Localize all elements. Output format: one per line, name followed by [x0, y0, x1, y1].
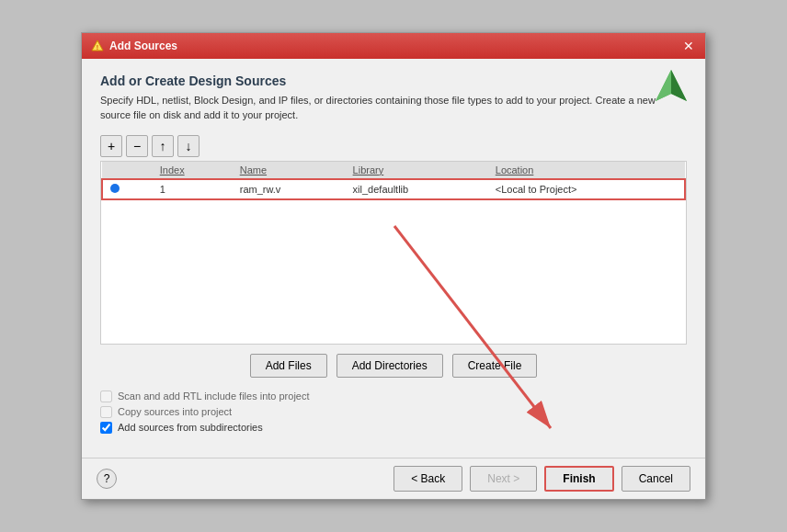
- create-file-button[interactable]: Create File: [452, 354, 538, 378]
- col-header-index: Index: [153, 162, 233, 179]
- copy-sources-label: Copy sources into project: [118, 406, 232, 417]
- scan-rtl-checkbox[interactable]: [100, 391, 112, 402]
- move-down-button[interactable]: ↓: [177, 135, 200, 157]
- col-header-name: Name: [233, 162, 346, 179]
- col-header-library: Library: [346, 162, 488, 179]
- sources-table: Index Name Library Location 1 ram_rw.v x…: [101, 162, 686, 200]
- footer-buttons: < Back Next > Finish Cancel: [394, 466, 690, 492]
- add-directories-button[interactable]: Add Directories: [336, 354, 443, 378]
- sources-table-container: Index Name Library Location 1 ram_rw.v x…: [100, 161, 687, 345]
- row-name: ram_rw.v: [233, 179, 346, 199]
- copy-sources-row: Copy sources into project: [100, 406, 687, 418]
- scan-rtl-row: Scan and add RTL include files into proj…: [100, 391, 687, 402]
- title-bar: ! Add Sources ✕: [82, 33, 705, 59]
- row-indicator: [102, 179, 153, 199]
- row-library: xil_defaultlib: [346, 179, 488, 199]
- dialog-heading: Add or Create Design Sources: [100, 74, 687, 88]
- dialog-title: Add Sources: [109, 40, 177, 52]
- col-header-dot: [102, 162, 153, 179]
- copy-sources-checkbox[interactable]: [100, 406, 112, 418]
- remove-item-button[interactable]: −: [126, 135, 148, 157]
- row-location: <Local to Project>: [488, 179, 685, 199]
- col-header-location: Location: [488, 162, 685, 179]
- options-checkboxes: Scan and add RTL include files into proj…: [100, 391, 687, 443]
- title-bar-left: ! Add Sources: [91, 40, 177, 52]
- finish-button[interactable]: Finish: [544, 466, 613, 492]
- help-button[interactable]: ?: [97, 469, 117, 489]
- dialog-content: Add or Create Design Sources Specify HDL…: [82, 59, 705, 458]
- svg-marker-4: [656, 70, 671, 101]
- action-buttons-group: Add Files Add Directories Create File: [100, 354, 687, 378]
- scan-rtl-label: Scan and add RTL include files into proj…: [118, 391, 310, 402]
- add-subdirs-label: Add sources from subdirectories: [118, 422, 263, 433]
- svg-text:!: !: [97, 44, 98, 51]
- file-toolbar: + − ↑ ↓: [100, 135, 687, 157]
- dialog-footer: ? < Back Next > Finish Cancel: [82, 458, 705, 499]
- cancel-button[interactable]: Cancel: [622, 466, 690, 492]
- vivado-logo: [654, 68, 689, 106]
- add-subdirs-checkbox[interactable]: [100, 422, 112, 434]
- add-subdirs-row: Add sources from subdirectories: [100, 422, 687, 434]
- add-sources-dialog: ! Add Sources ✕ Add or Create Design Sou…: [81, 32, 706, 500]
- move-up-button[interactable]: ↑: [152, 135, 174, 157]
- back-button[interactable]: < Back: [394, 466, 462, 492]
- close-button[interactable]: ✕: [681, 39, 696, 53]
- table-row[interactable]: 1 ram_rw.v xil_defaultlib <Local to Proj…: [102, 179, 685, 199]
- add-item-button[interactable]: +: [100, 135, 122, 157]
- row-index: 1: [153, 179, 233, 199]
- dialog-description: Specify HDL, netlist, Block Design, and …: [100, 94, 687, 122]
- next-button[interactable]: Next >: [470, 466, 537, 492]
- add-files-button[interactable]: Add Files: [250, 354, 327, 378]
- dialog-icon: !: [91, 40, 104, 52]
- svg-marker-3: [671, 70, 687, 101]
